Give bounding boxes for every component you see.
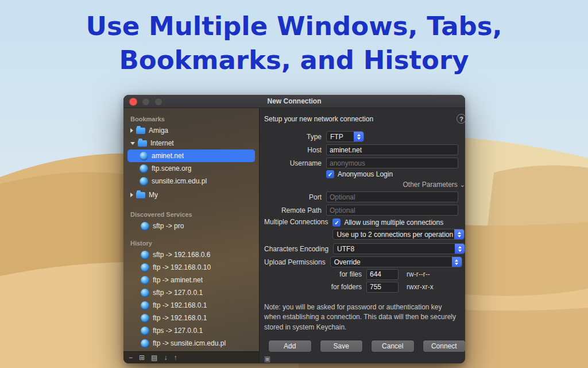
new-folder-icon[interactable]: ▤ (151, 354, 157, 361)
globe-icon (141, 327, 149, 335)
folders-permissions-row: for folders rwxr-xr-x (264, 282, 465, 292)
history-label: sftp -> 127.0.0.1 (153, 289, 203, 297)
encoding-dropdown[interactable]: UTF8 (333, 243, 465, 254)
multiple-connections-row: Multiple Connections ✓ Allow using multi… (264, 218, 465, 240)
host-label: Host (264, 146, 322, 154)
remove-bookmark-icon[interactable]: − (129, 354, 133, 361)
connect-button[interactable]: Connect (423, 340, 465, 352)
bookmark-label: aminet.net (152, 152, 184, 160)
remote-path-row: Remote Path (264, 205, 465, 216)
host-row: Host (264, 144, 465, 155)
type-row: Type FTP (264, 131, 465, 142)
popup-stepper-icon (455, 244, 465, 254)
history-item[interactable]: ftp -> 192.168.0.1 (123, 312, 259, 324)
chevron-right-icon[interactable] (130, 193, 133, 197)
chevron-down-icon: ⌄ (460, 181, 465, 189)
bookmarks-section-header: Bookmarks (123, 114, 259, 124)
history-label: ftp -> 192.168.0.10 (153, 263, 211, 271)
minimize-button[interactable] (142, 98, 150, 106)
globe-icon (140, 152, 148, 160)
chevron-right-icon[interactable] (130, 128, 133, 133)
window-titlebar[interactable]: New Connection (123, 95, 465, 108)
anonymous-login-row: ✓ Anonymous Login (264, 170, 465, 179)
history-item[interactable]: ftp -> sunsite.icm.edu.pl (123, 337, 259, 350)
username-input[interactable] (326, 158, 458, 168)
popup-stepper-icon (354, 132, 363, 141)
cancel-button[interactable]: Cancel (372, 340, 414, 352)
files-permissions-input[interactable] (366, 269, 399, 280)
sidebar-folder-my[interactable]: My (123, 189, 259, 201)
export-bookmarks-icon[interactable]: ↑ (173, 354, 177, 361)
history-item[interactable]: sftp -> 127.0.0.1 (123, 286, 259, 299)
discovered-service-item[interactable]: sftp -> pro (123, 220, 259, 232)
bookmark-item-ftp-scene[interactable]: ftp.scene.org (123, 162, 259, 175)
globe-icon (140, 164, 148, 173)
import-bookmarks-icon[interactable]: ↓ (164, 354, 167, 361)
history-item[interactable]: ftp -> 192.168.0.1 (123, 299, 259, 312)
upload-permissions-dropdown[interactable]: Override (330, 256, 462, 267)
history-item[interactable]: ftp -> aminet.net (123, 274, 259, 286)
for-files-label: for files (264, 270, 362, 278)
connection-form-panel: Setup your new network connection ? Type… (260, 108, 465, 363)
folder-icon (136, 128, 145, 134)
port-input[interactable] (326, 191, 458, 202)
globe-icon (141, 251, 149, 259)
chevron-down-icon[interactable] (130, 142, 135, 145)
username-row: Username (264, 158, 465, 168)
close-button[interactable] (129, 98, 137, 106)
globe-icon (141, 263, 149, 272)
action-buttons: Add Save Cancel Connect (269, 340, 465, 352)
popup-stepper-icon (454, 229, 464, 239)
history-item[interactable]: ftp -> 192.168.0.10 (123, 261, 259, 274)
hero-title-line2: Bookmarks, and History (0, 43, 588, 77)
save-button[interactable]: Save (320, 340, 363, 352)
other-parameters-toggle[interactable]: Other Parameters ⌄ (264, 180, 465, 189)
type-label: Type (264, 133, 322, 141)
remote-path-input[interactable] (326, 205, 458, 216)
log-icon[interactable]: ▣ (264, 355, 270, 362)
bookmark-item-sunsite[interactable]: sunsite.icm.edu.pl (123, 175, 259, 187)
remote-path-label: Remote Path (264, 206, 322, 214)
folders-permissions-mask: rwxr-xr-x (407, 283, 434, 291)
add-button[interactable]: Add (269, 340, 311, 352)
globe-icon (141, 222, 149, 231)
port-row: Port (264, 191, 465, 202)
zoom-button[interactable] (154, 98, 163, 106)
sidebar-folder-amiga[interactable]: Amiga (123, 124, 259, 137)
checkbox-check-icon: ✓ (326, 170, 334, 178)
allow-multiple-label: Allow using multiple connections (344, 218, 443, 227)
multiple-connections-label: Multiple Connections (264, 218, 328, 240)
history-label: ftp -> aminet.net (153, 276, 203, 284)
hero-title: Use Multiple Windows, Tabs, Bookmarks, a… (0, 9, 588, 78)
checkbox-check-icon: ✓ (332, 218, 341, 227)
connections-count-dropdown[interactable]: Use up to 2 connections per operation (332, 229, 465, 240)
upload-permissions-value: Override (331, 258, 452, 266)
files-permissions-row: for files rw-r--r-- (264, 269, 465, 279)
history-label: ftp -> 192.168.0.1 (153, 301, 207, 309)
files-permissions-mask: rw-r--r-- (407, 270, 430, 278)
globe-icon (141, 339, 149, 348)
history-section-header: History (123, 238, 259, 248)
host-input[interactable] (326, 144, 458, 155)
help-button[interactable]: ? (457, 114, 465, 124)
type-dropdown[interactable]: FTP (326, 131, 364, 142)
encoding-value: UTF8 (334, 245, 455, 253)
history-item[interactable]: ftps -> 127.0.0.1 (123, 324, 259, 337)
history-label: ftps -> 127.0.0.1 (153, 327, 203, 335)
sidebar-folder-internet[interactable]: Internet (123, 137, 259, 150)
connections-count-value: Use up to 2 connections per operation (333, 231, 454, 239)
username-label: Username (264, 159, 322, 167)
history-item[interactable]: sftp -> 192.168.0.6 (123, 248, 259, 261)
anonymous-login-checkbox[interactable]: ✓ Anonymous Login (326, 170, 393, 179)
bookmark-item-aminet[interactable]: aminet.net (127, 150, 255, 162)
allow-multiple-checkbox[interactable]: ✓ Allow using multiple connections (332, 218, 465, 227)
globe-icon (141, 301, 149, 310)
folder-icon (138, 140, 147, 147)
bookmark-label: ftp.scene.org (152, 164, 191, 172)
port-label: Port (264, 193, 322, 201)
history-label: ftp -> sunsite.icm.edu.pl (153, 339, 226, 347)
folders-permissions-input[interactable] (366, 282, 399, 293)
folder-label: My (149, 191, 158, 199)
for-folders-label: for folders (264, 283, 362, 291)
add-bookmark-icon[interactable]: ⊞ (139, 354, 145, 361)
